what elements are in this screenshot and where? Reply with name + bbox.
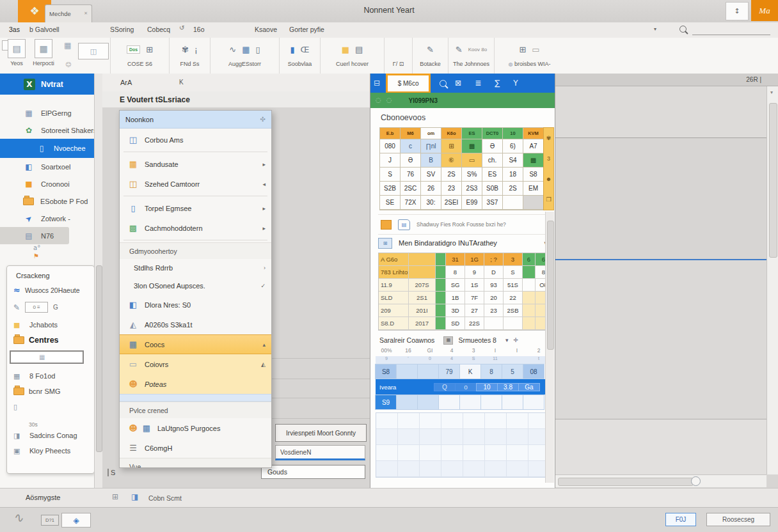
ribbon-tab[interactable]: Cobecq [147,26,170,33]
ribbon-icon[interactable]: ✎ [427,45,434,54]
ribbon-tab[interactable]: Ksaove [255,26,277,33]
menu-item[interactable]: ◫ Corbou Ams [120,130,271,150]
plus-icon[interactable]: ✛ [513,337,518,343]
toolbar-icon[interactable]: ∑ [495,79,500,87]
menu-item[interactable]: ▦ Sandusate ▸ [120,154,271,174]
big-button[interactable]: ▤ Yeos [4,39,29,66]
sidebar-item[interactable]: ▦ ElPGerng [0,104,95,121]
toolbar-icon[interactable]: ≣ [475,79,481,87]
search-icon[interactable] [679,26,687,33]
ribbon-icon[interactable]: ▦ [242,45,250,54]
panel-input[interactable]: ▦ [10,350,84,364]
field-box-active[interactable]: VosdieneN [275,445,365,460]
big-button[interactable]: ▦ Herpocti [31,39,56,66]
search-input[interactable] [692,35,770,35]
ribbon-icon[interactable]: ▭ [532,45,539,54]
menu-item[interactable]: ▭ Coiovrs ◭ [120,354,271,374]
panel-icon[interactable]: ◨ [131,493,138,501]
ribbon-icon[interactable]: Œ [301,45,310,54]
cancel-button[interactable]: Roosecseg [706,513,770,526]
scrollbar-thumb[interactable] [769,103,777,258]
scrollbar-knob[interactable] [691,476,701,486]
ribbon-icon[interactable]: ⊞ [146,45,153,54]
panel-link[interactable]: ≈ Wusocs 20Haeute [13,286,80,294]
panel-list-item[interactable]: ▦ 8 Fo1od [7,368,94,384]
taskpane-scrollbar[interactable] [545,212,554,483]
caret-down-icon[interactable]: ▾ [654,27,656,32]
sidebar-header[interactable]: X Nvtrat [0,74,95,95]
scrollbar-thumb[interactable] [558,478,694,486]
expand-icon[interactable]: ✣ [260,116,266,123]
ribbon-icon[interactable]: ▮ [290,45,294,54]
ribbon-tab[interactable]: SSoring [110,26,134,33]
toolbar-icon[interactable]: ⊠ [455,79,461,87]
ok-button[interactable]: F0J [665,513,696,526]
panel-item[interactable]: Centres [7,332,94,348]
sidebar-item[interactable]: ➤ Zotwork - [0,210,95,227]
toolbar-icon[interactable]: Y [513,79,518,87]
ribbon-tab[interactable]: 3as [9,26,20,33]
pen-icon[interactable]: ✎ [456,45,463,54]
subheading-row[interactable]: ⊞ Men Bindaratidgro INuTArathey ▾ [378,235,547,251]
sheet-tab[interactable]: Gouds [261,465,365,479]
name-box[interactable]: ArA [120,79,132,86]
panel-footer-item[interactable]: ▣ Kloy Pheects [7,443,94,458]
menu-item[interactable]: Stdlhs Rdrrb › [120,259,271,277]
ribbon-icon[interactable]: ▤ [355,45,363,54]
menu-item[interactable]: ☻ Poteas [120,374,271,394]
ribbon-icon[interactable]: ⊞ [519,45,526,54]
menu-item[interactable]: ◫ Szehed Camtoorr ◂ [120,174,271,194]
resize-button[interactable]: ↕ [726,2,749,20]
panel-item[interactable]: ■ Jchabots [7,317,94,332]
panel-list-item[interactable]: bcnr SMG [7,384,94,399]
menu-item[interactable]: 3lon OSoned Aupsces. ✓ [120,277,271,295]
ribbon-tab[interactable]: 16o [193,26,205,33]
horizontal-scrollbar[interactable] [555,474,766,487]
menu-item[interactable]: ☻ ▦ LaUtgnoS Purgoces [120,418,271,438]
menu-item[interactable]: ▦ Coocs ▴ [120,334,271,354]
menu-item[interactable]: ▯ Torpel Egmsee ▸ [120,198,271,218]
menu-item[interactable]: ◭ A0260s S3ka1t [120,315,271,334]
menu-item[interactable]: ☰ C6omgH [120,438,271,458]
grid-icon[interactable]: ▦ [64,42,71,49]
sidebar-item[interactable]: ◧ Soartxoel [0,158,95,175]
flag-icon: ⚑ [33,253,40,260]
scrollbar-thumb[interactable] [547,221,554,350]
field-box[interactable]: Irviesnpeti Moort Gonnty [275,424,367,442]
ribbon-icon[interactable]: ¡ [194,45,198,54]
refresh-icon[interactable]: ↺ [179,25,184,31]
diamond-button[interactable]: ◈ [61,513,91,528]
menu-item[interactable]: ◧ Dlora Nres: S0 [120,295,271,315]
brand-button[interactable]: Ma [751,0,778,21]
scrollbar-thumb[interactable] [96,265,102,452]
sidebar-item[interactable]: ESobote P Fod [0,192,95,210]
dos-icon[interactable]: Dos [127,45,140,54]
ribbon-icon[interactable]: ■ [342,45,349,54]
ribbon-icon[interactable]: ∿ [229,45,236,54]
panel-footer-item[interactable]: ◨ Sadcins Conag [7,428,94,443]
brush-icon[interactable]: ✎ [13,304,20,311]
sidebar-item[interactable]: ✿ Sotoreeit Shakers [0,121,95,139]
sidebar-list: ▦ ElPGerng ✿ Sotoreeit Shakers ▯ Nvoeche… [0,104,95,244]
ribbon-icon[interactable]: ▯ [256,45,260,54]
ribbon-tab[interactable]: b Galvoell [29,26,60,33]
sidebar-item[interactable]: ■ Croonooi [0,175,95,192]
menu-item[interactable]: ▩ Cachmohoddotern ▸ [120,218,271,238]
panel-list-item[interactable]: ▯ [7,399,94,414]
cells-icon[interactable]: ⊟ [374,79,380,87]
sidebar-scrollbar[interactable] [94,74,102,488]
subheading-label: Men Bindaratidgro INuTArathey [399,239,497,247]
ribbon-tab[interactable]: Gorter pyfie [289,26,324,33]
sidebar-item[interactable]: ▤ N76 [0,227,69,244]
panel-toggle-box[interactable]: 0 ≡ [25,302,48,313]
sidebar-item[interactable]: ▯ Nvoechee [0,139,95,158]
layout-pair-icon[interactable]: ◫ [78,43,109,59]
highlighted-button[interactable]: $ M6co [386,74,431,93]
cells-icon[interactable]: ⊞ [112,493,118,501]
stat-value: 3 [463,347,484,354]
caret-down-icon[interactable]: ▾ [505,337,509,343]
ribbon-icon[interactable]: ✾ [182,45,189,54]
vertical-scrollbar[interactable]: ▾ [766,86,778,474]
caret-down-icon[interactable]: ▾ [770,90,773,95]
search-icon[interactable] [440,80,447,87]
